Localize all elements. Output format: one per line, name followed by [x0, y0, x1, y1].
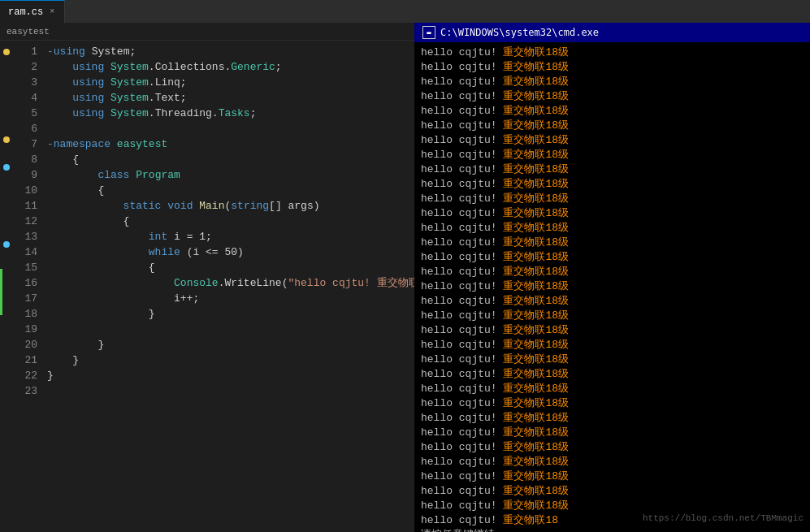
- code-line-1: -using System;: [44, 44, 414, 59]
- code-line-8: {: [44, 152, 414, 167]
- term-line-26: hello cqjtu! 重交物联18级: [421, 426, 804, 440]
- code-line-16: Console.WriteLine("hello cqjtu! 重交物联1: [44, 275, 414, 291]
- term-line-12: hello cqjtu! 重交物联18级: [421, 221, 804, 236]
- term-line-1: hello cqjtu! 重交物联18级: [421, 60, 804, 75]
- terminal-panel: ▬ C:\WINDOWS\system32\cmd.exe hello cqjt…: [414, 23, 810, 532]
- term-line-6: hello cqjtu! 重交物联18级: [421, 133, 804, 148]
- term-line-15: hello cqjtu! 重交物联18级: [421, 265, 804, 279]
- term-line-20: hello cqjtu! 重交物联18级: [421, 338, 804, 353]
- code-area: 1234567891011121314151617181920212223 -u…: [0, 41, 414, 532]
- code-line-21: }: [44, 353, 414, 368]
- term-line-4: hello cqjtu! 重交物联18级: [421, 104, 804, 119]
- breadcrumb-project: easytest: [6, 27, 50, 37]
- term-line-7: hello cqjtu! 重交物联18级: [421, 148, 804, 162]
- code-line-2: using System.Collections.Generic;: [44, 59, 414, 75]
- term-line-18: hello cqjtu! 重交物联18级: [421, 309, 804, 323]
- term-line-5: hello cqjtu! 重交物联18级: [421, 119, 804, 133]
- cmd-icon: ▬: [422, 26, 435, 39]
- term-line-0: hello cqjtu! 重交物联18级: [421, 45, 804, 60]
- code-content[interactable]: -using System; using System.Collections.…: [44, 41, 414, 532]
- term-line-25: hello cqjtu! 重交物联18级: [421, 411, 804, 426]
- term-line-11: hello cqjtu! 重交物联18级: [421, 206, 804, 221]
- term-line-19: hello cqjtu! 重交物联18级: [421, 323, 804, 338]
- code-line-18: }: [44, 306, 414, 322]
- term-line-27: hello cqjtu! 重交物联18级: [421, 440, 804, 455]
- term-line-9: hello cqjtu! 重交物联18级: [421, 177, 804, 192]
- green-line-indicator: [0, 269, 2, 315]
- code-line-3: using System.Linq;: [44, 75, 414, 90]
- code-line-22: }: [44, 368, 414, 383]
- editor-breadcrumb: easytest: [0, 23, 414, 41]
- terminal-content: hello cqjtu! 重交物联18级hello cqjtu! 重交物联18级…: [414, 42, 810, 532]
- term-line-10: hello cqjtu! 重交物联18级: [421, 192, 804, 206]
- active-tab[interactable]: ram.cs ×: [0, 0, 65, 23]
- code-line-11: static void Main(string[] args): [44, 198, 414, 214]
- term-line-30: hello cqjtu! 重交物联18级: [421, 484, 804, 499]
- code-line-15: {: [44, 260, 414, 275]
- code-line-17: i++;: [44, 291, 414, 306]
- code-line-23: [44, 383, 414, 399]
- term-line-21: hello cqjtu! 重交物联18级: [421, 353, 804, 367]
- indicator-gutter: [0, 41, 13, 532]
- term-line-29: hello cqjtu! 重交物联18级: [421, 469, 804, 484]
- main-content: easytest 1234567891011121314151617181920…: [0, 23, 810, 532]
- code-line-14: while (i <= 50): [44, 244, 414, 260]
- term-line-2: hello cqjtu! 重交物联18级: [421, 75, 804, 89]
- indicator-dot-7: [3, 136, 10, 143]
- term-line-16: hello cqjtu! 重交物联18级: [421, 279, 804, 294]
- term-line-17: hello cqjtu! 重交物联18级: [421, 294, 804, 309]
- code-line-6: [44, 121, 414, 136]
- term-line-14: hello cqjtu! 重交物联18级: [421, 250, 804, 265]
- term-line-22: hello cqjtu! 重交物联18级: [421, 367, 804, 382]
- term-line-23: hello cqjtu! 重交物联18级: [421, 382, 804, 396]
- indicator-dot-9: [3, 164, 10, 171]
- code-line-10: {: [44, 183, 414, 198]
- code-line-12: {: [44, 214, 414, 229]
- term-line-28: hello cqjtu! 重交物联18级: [421, 455, 804, 469]
- line-numbers: 1234567891011121314151617181920212223: [13, 41, 44, 532]
- indicator-dot-1: [3, 49, 10, 55]
- term-prompt-line: 请按任意键继续. . .: [421, 528, 804, 532]
- tab-close-button[interactable]: ×: [48, 6, 56, 17]
- term-line-3: hello cqjtu! 重交物联18级: [421, 89, 804, 104]
- term-line-8: hello cqjtu! 重交物联18级: [421, 162, 804, 177]
- terminal-title: C:\WINDOWS\system32\cmd.exe: [440, 27, 599, 38]
- tab-bar: ram.cs ×: [0, 0, 810, 23]
- code-line-13: int i = 1;: [44, 229, 414, 244]
- code-line-20: }: [44, 337, 414, 353]
- code-line-19: [44, 322, 414, 337]
- code-line-5: using System.Threading.Tasks;: [44, 106, 414, 121]
- code-line-9: class Program: [44, 167, 414, 183]
- term-line-24: hello cqjtu! 重交物联18级: [421, 396, 804, 411]
- code-line-7: -namespace easytest: [44, 136, 414, 152]
- indicator-dot-14: [3, 241, 10, 248]
- terminal-titlebar: ▬ C:\WINDOWS\system32\cmd.exe: [414, 23, 810, 42]
- term-line-13: hello cqjtu! 重交物联18级: [421, 236, 804, 250]
- tab-filename: ram.cs: [8, 6, 43, 18]
- code-line-4: using System.Text;: [44, 90, 414, 106]
- editor-panel: easytest 1234567891011121314151617181920…: [0, 23, 414, 532]
- watermark: https://blog.csdn.net/TBMmagic: [643, 511, 804, 526]
